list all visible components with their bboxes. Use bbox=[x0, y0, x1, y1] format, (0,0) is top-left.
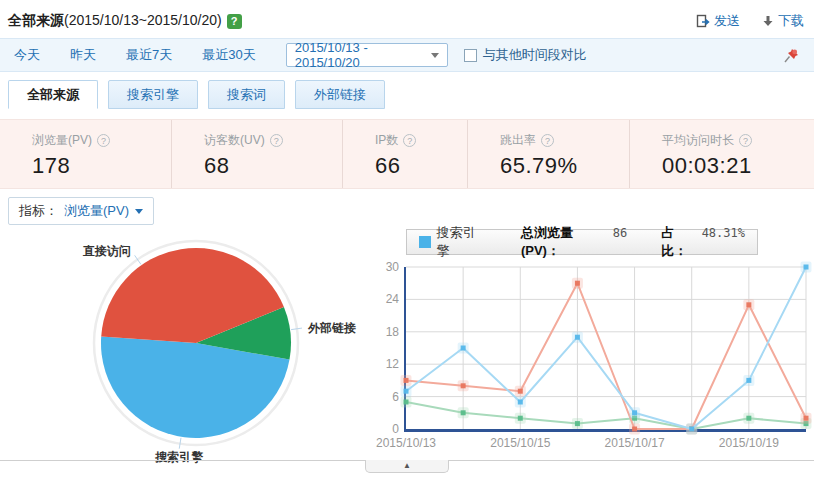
data-point-direct-visit bbox=[461, 383, 466, 388]
metric-uv-value: 68 bbox=[204, 153, 342, 179]
data-point-search-engine bbox=[689, 427, 694, 432]
legend-share-value: 48.31% bbox=[702, 226, 745, 240]
time-filter-bar: 今天 昨天 最近7天 最近30天 2015/10/13 - 2015/10/20… bbox=[0, 38, 814, 72]
pin-button[interactable] bbox=[783, 47, 800, 64]
metric-uv-label: 访客数(UV) bbox=[204, 132, 265, 149]
x-tick-label: 2015/10/15 bbox=[490, 436, 550, 450]
quicklink-last7days[interactable]: 最近7天 bbox=[126, 46, 172, 64]
y-tick-label: 30 bbox=[386, 260, 400, 274]
y-tick-label: 0 bbox=[392, 422, 399, 436]
pie-label-direct-visit: 直接访问 bbox=[83, 244, 131, 258]
data-point-search-engine bbox=[461, 346, 466, 351]
pie-label-external-link: 外部链接 bbox=[307, 321, 356, 335]
y-tick-label: 24 bbox=[386, 292, 400, 306]
metric-bounce-label: 跳出率 bbox=[500, 132, 536, 149]
metric-selector-row: 指标： 浏览量(PV) bbox=[8, 197, 814, 225]
legend-share: 占比： 48.31% bbox=[661, 224, 745, 260]
metric-help-icon[interactable]: ? bbox=[403, 134, 416, 147]
line-chart-panel: 搜索引擎 总浏览量(PV)： 86 占比： 48.31% 06121824302… bbox=[370, 227, 814, 469]
pie-chart: 搜索引擎外部链接直接访问 bbox=[0, 227, 370, 465]
data-point-search-engine bbox=[804, 265, 809, 270]
metric-ip-value: 66 bbox=[375, 153, 467, 179]
send-icon bbox=[696, 14, 710, 28]
metric-bounce-value: 65.79% bbox=[500, 153, 629, 179]
help-icon[interactable]: ? bbox=[227, 14, 242, 29]
data-point-search-engine bbox=[404, 389, 409, 394]
legend-series-name: 搜索引擎 bbox=[437, 224, 487, 260]
metric-selector-value: 浏览量(PV) bbox=[64, 202, 129, 220]
send-link[interactable]: 发送 bbox=[696, 12, 740, 30]
chevron-down-icon bbox=[431, 53, 439, 58]
tab-search-terms[interactable]: 搜索词 bbox=[208, 80, 285, 109]
legend-series: 搜索引擎 bbox=[419, 224, 487, 260]
analytics-page: 全部来源(2015/10/13~2015/10/20) ? 发送 下载 今天 昨… bbox=[0, 0, 814, 481]
metric-avg-duration: 平均访问时长? 00:03:21 bbox=[630, 120, 814, 188]
collapse-arrow-icon: ▲ bbox=[366, 460, 448, 471]
y-tick-label: 12 bbox=[386, 357, 400, 371]
chevron-down-icon bbox=[135, 209, 143, 214]
legend-total-pv: 总浏览量(PV)： 86 bbox=[521, 224, 627, 260]
data-point-external-link bbox=[461, 410, 466, 415]
metric-pv-value: 178 bbox=[32, 153, 171, 179]
download-link[interactable]: 下载 bbox=[762, 12, 804, 30]
charts-area: 搜索引擎外部链接直接访问 搜索引擎 总浏览量(PV)： 86 占比： 48.31… bbox=[0, 227, 814, 469]
metric-uv: 访客数(UV)? 68 bbox=[172, 120, 343, 188]
page-title-range: (2015/10/13~2015/10/20) bbox=[64, 12, 222, 28]
metric-bounce: 跳出率? 65.79% bbox=[468, 120, 630, 188]
quicklink-last30days[interactable]: 最近30天 bbox=[202, 46, 255, 64]
y-tick-label: 6 bbox=[392, 390, 399, 404]
header-actions: 发送 下载 bbox=[696, 12, 804, 30]
y-tick-label: 18 bbox=[386, 325, 400, 339]
download-label: 下载 bbox=[778, 12, 804, 30]
data-point-direct-visit bbox=[404, 378, 409, 383]
metric-pv: 浏览量(PV)? 178 bbox=[0, 120, 172, 188]
page-header: 全部来源(2015/10/13~2015/10/20) ? 发送 下载 bbox=[0, 0, 814, 38]
collapse-toggle-button[interactable]: ▲ bbox=[365, 460, 449, 473]
metric-help-icon[interactable]: ? bbox=[739, 134, 752, 147]
tab-all-sources[interactable]: 全部来源 bbox=[8, 80, 98, 109]
data-point-search-engine bbox=[518, 400, 523, 405]
data-point-direct-visit bbox=[575, 281, 580, 286]
source-tabs: 全部来源 搜索引擎 搜索词 外部链接 bbox=[8, 80, 806, 109]
date-range-select[interactable]: 2015/10/13 - 2015/10/20 bbox=[286, 43, 448, 67]
page-title: 全部来源(2015/10/13~2015/10/20) bbox=[8, 12, 222, 30]
metrics-panel: 浏览量(PV)? 178 访客数(UV)? 68 IP数? 66 跳出率? 65… bbox=[0, 119, 814, 189]
send-label: 发送 bbox=[714, 12, 740, 30]
data-point-external-link bbox=[746, 416, 751, 421]
legend-swatch bbox=[419, 236, 431, 248]
page-title-main: 全部来源 bbox=[8, 12, 64, 28]
tab-search-engine[interactable]: 搜索引擎 bbox=[108, 80, 198, 109]
metric-help-icon[interactable]: ? bbox=[97, 134, 110, 147]
data-point-direct-visit bbox=[632, 427, 637, 432]
metric-ip-label: IP数 bbox=[375, 132, 398, 149]
metric-help-icon[interactable]: ? bbox=[270, 134, 283, 147]
data-point-external-link bbox=[518, 416, 523, 421]
metric-avg-duration-label: 平均访问时长 bbox=[662, 132, 734, 149]
metric-selector-label: 指标： bbox=[19, 202, 58, 220]
quicklink-today[interactable]: 今天 bbox=[14, 46, 40, 64]
legend-share-label: 占比： bbox=[661, 224, 697, 260]
compare-checkbox[interactable] bbox=[464, 49, 477, 62]
tab-external-links[interactable]: 外部链接 bbox=[295, 80, 385, 109]
quicklink-yesterday[interactable]: 昨天 bbox=[70, 46, 96, 64]
data-point-external-link bbox=[575, 421, 580, 426]
data-point-search-engine bbox=[746, 378, 751, 383]
series-legend: 搜索引擎 总浏览量(PV)： 86 占比： 48.31% bbox=[406, 229, 758, 255]
metric-avg-duration-value: 00:03:21 bbox=[662, 153, 814, 179]
pie-chart-panel: 搜索引擎外部链接直接访问 bbox=[0, 227, 370, 469]
data-point-direct-visit bbox=[518, 389, 523, 394]
compare-checkbox-group[interactable]: 与其他时间段对比 bbox=[464, 46, 587, 64]
data-point-direct-visit bbox=[746, 302, 751, 307]
x-tick-label: 2015/10/17 bbox=[605, 436, 665, 450]
metric-help-icon[interactable]: ? bbox=[541, 134, 554, 147]
line-chart: 06121824302015/10/132015/10/152015/10/17… bbox=[370, 257, 814, 459]
collapse-bar: ▲ bbox=[0, 460, 814, 473]
metric-selector[interactable]: 指标： 浏览量(PV) bbox=[8, 197, 154, 225]
metric-ip: IP数? 66 bbox=[343, 120, 468, 188]
x-tick-label: 2015/10/19 bbox=[719, 436, 779, 450]
download-icon bbox=[762, 15, 774, 28]
x-tick-label: 2015/10/13 bbox=[376, 436, 436, 450]
data-point-search-engine bbox=[575, 335, 580, 340]
pushpin-icon bbox=[783, 47, 800, 64]
legend-total-pv-value: 86 bbox=[613, 226, 627, 240]
